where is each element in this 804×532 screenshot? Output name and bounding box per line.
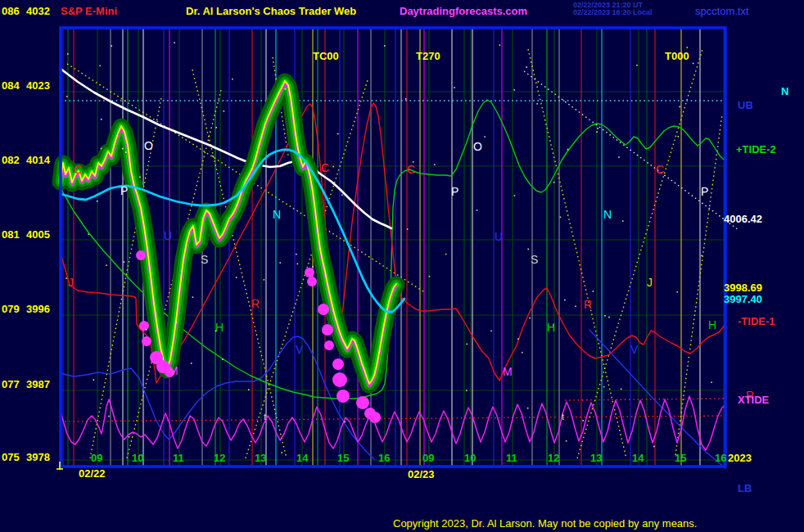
speck (597, 128, 598, 129)
chaos-trade-dot (136, 250, 146, 260)
right-margin-label: N (781, 86, 788, 97)
speck (484, 136, 486, 138)
site-link[interactable]: Daytradingforecasts.com (400, 6, 527, 16)
speck (66, 96, 68, 97)
speck (522, 352, 523, 354)
hour-label: 09 (91, 453, 102, 463)
speck (174, 42, 175, 43)
speck (596, 131, 598, 133)
planet-letter: H (547, 321, 555, 334)
chaos-trade-dot (356, 396, 369, 409)
y-axis-osc-label: 077 (2, 379, 20, 390)
time-cycle-label: T270 (416, 50, 440, 62)
chaos-trade-dot (307, 277, 317, 286)
planet-letter: N (603, 208, 612, 221)
planet-letter: R (251, 297, 260, 310)
speck (212, 156, 214, 157)
speck (514, 195, 516, 196)
chaos-trade-dot (332, 372, 347, 387)
hour-label: 09 (422, 453, 434, 463)
speck (560, 217, 562, 219)
xtide-oscillator (61, 396, 725, 450)
y-axis-price-label: 4014 (26, 155, 50, 165)
speck (232, 79, 233, 80)
right-margin-label: UB (738, 100, 753, 110)
speck (567, 149, 569, 151)
speck (236, 277, 237, 278)
planet-letter: t (264, 412, 266, 422)
speck (593, 291, 594, 292)
date-label: 02/23 (408, 469, 435, 480)
chaos-trade-dot (139, 321, 149, 331)
speck (122, 148, 124, 150)
speck (176, 322, 178, 323)
y-axis-price-label: 3978 (26, 452, 50, 462)
chaos-trade-dot (305, 268, 314, 277)
dotted-guide-line (577, 49, 702, 458)
speck (490, 331, 492, 332)
speck (575, 305, 576, 307)
data-file-link[interactable]: spcctom.txt (695, 6, 749, 16)
speck (686, 47, 688, 48)
speck (466, 390, 467, 391)
speck (454, 87, 455, 88)
speck (513, 89, 515, 91)
y-axis-osc-label: 082 (2, 155, 20, 165)
planet-letter: M (169, 364, 178, 377)
speck (312, 266, 314, 268)
speck (445, 254, 447, 255)
time-cycle-label: TC00 (313, 50, 339, 62)
speck (603, 386, 605, 388)
planet-letter: V (630, 343, 639, 356)
hour-label: 13 (255, 453, 266, 463)
speck (527, 249, 529, 250)
speck (101, 148, 102, 150)
planet-letter: O (473, 140, 482, 153)
y-axis-osc-label: 075 (2, 452, 20, 462)
planet-letter: J (647, 276, 653, 289)
planet-letter: S (201, 253, 208, 266)
speck (125, 151, 127, 153)
speck (281, 452, 282, 453)
dotted-guide-line (528, 49, 626, 458)
planet-letter: V (296, 343, 304, 356)
hour-label: 14 (296, 453, 308, 463)
hour-label: 13 (590, 453, 602, 463)
speck (99, 65, 101, 67)
blue-diagonal (589, 330, 725, 468)
speck (88, 234, 89, 236)
speck (101, 119, 102, 120)
copyright-notice: Copyright 2023, Dr. Al Larson. May not b… (393, 518, 697, 529)
speck (618, 156, 620, 158)
planet-letter: P (120, 184, 128, 197)
speck (332, 166, 334, 168)
chaos-trader-chart-page: OCPUNSJRHVMCOCPUNSJRHVMCPHttRTC00T270T00… (0, 0, 804, 532)
speck (224, 110, 225, 112)
speck (434, 164, 436, 165)
planet-letter: J (68, 276, 74, 289)
speck (653, 446, 655, 448)
chaos-trade-dot (322, 324, 333, 336)
hour-label: 14 (632, 453, 644, 463)
y-axis-osc-label: 086 (2, 6, 20, 16)
speck (553, 182, 555, 183)
speck (222, 358, 224, 360)
speck (248, 389, 250, 390)
speck (111, 45, 112, 47)
speck (622, 220, 624, 222)
speck (297, 264, 299, 265)
y-axis-price-label: 4032 (26, 6, 50, 16)
speck (296, 254, 297, 255)
speck (429, 276, 431, 277)
planet-letter: C (321, 161, 329, 174)
hour-label: 12 (214, 453, 225, 463)
y-axis-price-label: 4005 (26, 229, 50, 240)
speck (264, 279, 265, 281)
symbol-label: S&P E-Mini (61, 6, 117, 16)
speck (67, 53, 69, 55)
chaos-trade-dot (142, 336, 151, 346)
right-margin-label: 3997.40 (724, 294, 762, 304)
speck (582, 420, 584, 422)
speck (679, 106, 680, 108)
dotted-guide-line (675, 115, 722, 455)
